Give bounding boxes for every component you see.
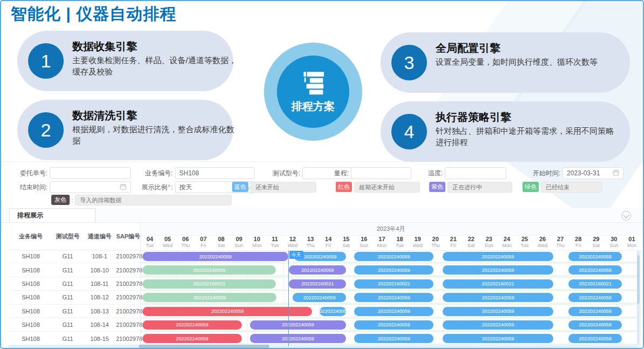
gantt-bar[interactable]: 202202240059 [143,293,276,302]
gantt-day-header: 11Tue [266,235,284,250]
gantt-bar[interactable]: 202202160021 [443,279,553,289]
gantt-day-header: 07Fri [194,235,212,250]
gantt-day-header: 13Thu [302,235,320,250]
gantt-day-header: 14Fri [320,235,337,250]
gantt-bar[interactable]: 202202240059 [568,252,622,261]
day-weekday: Wed [409,243,426,249]
gantt-bar[interactable]: 202202240059 [443,334,553,343]
day-number: 20 [426,236,444,243]
gantt-bar[interactable]: 202202240059 [293,293,346,302]
gantt-bar[interactable]: 202202160021 [289,279,346,289]
day-weekday: Thu [426,243,444,249]
gantt-bar[interactable]: 202202240059 [143,334,242,343]
gantt-bar[interactable]: 202202240059 [443,252,553,261]
table-cell: 21002978 [116,267,140,273]
day-weekday: Thu [552,243,570,249]
day-weekday: Wed [284,243,302,249]
业务编号-input[interactable]: SH108 [175,167,255,179]
field-label: 委托单号: [4,167,48,179]
vertical-scrollbar[interactable] [637,251,640,345]
horizontal-scrollbar[interactable] [8,345,638,348]
tab-schedule-display[interactable]: 排程展示 [9,208,96,222]
gantt-bar[interactable]: 202202240059 [568,334,622,343]
day-weekday: Fri [320,243,337,249]
gantt-day-header: 29Sat [587,235,605,250]
gantt-bar[interactable]: 202202240059 [354,307,433,316]
gantt-bar[interactable]: 202202240059 [320,307,347,316]
gantt-bar[interactable]: 202202240059 [354,293,433,302]
legend-text-box: 导入的排期数据 [75,195,232,206]
gantt-day-header: 20Thu [426,235,444,250]
gantt-bar[interactable]: 202202240059 [354,334,433,343]
gantt-row: 2022022400592022022400592022022400592022… [141,264,641,277]
gantt-bar[interactable]: 202202240059 [443,320,553,330]
day-number: 14 [320,236,337,243]
calendar-icon[interactable] [120,183,126,191]
开始时间-input[interactable]: 2023-03-31 [562,167,623,179]
gantt-bar[interactable]: 202202160021 [568,279,622,289]
table-row: SH108G11108-1221002978 [9,291,140,304]
legend-colon: : [71,195,73,206]
calendar-icon[interactable] [613,169,619,177]
结束时间-input[interactable] [50,181,131,193]
table-cell: G11 [52,253,83,259]
gantt-bar[interactable]: 202202240059 [568,307,622,316]
gantt-day-header: 17Mon [373,235,391,250]
gantt-bar[interactable]: 202202240059 [143,320,242,330]
table-cell: 21002978 [116,253,140,259]
gantt-bar[interactable]: 202202240059 [289,265,346,275]
gantt-day-header: 19Wed [409,235,426,250]
gantt-bar[interactable]: 202202240059 [143,307,312,316]
table-cell: G11 [52,308,83,314]
gantt-bar[interactable]: 202202240059 [354,320,433,330]
gantt-bar[interactable]: 202202240059 [443,265,553,275]
legend-text-box: 还未开始 [250,182,316,193]
table-cell: 108-13 [83,308,116,314]
gantt-bar[interactable]: 202202160021 [354,279,433,289]
legend-text-box: 已经结束 [541,182,602,193]
table-cell: SH108 [9,280,52,287]
gantt-day-header: 23Sun [480,235,498,250]
table-cell: 108-14 [83,321,116,328]
step-number-badge: 4 [391,114,427,149]
day-number: 19 [409,236,426,243]
gantt-bar[interactable]: 202202240059 [250,320,347,330]
center-circle: 排程方案 [277,56,349,128]
gantt-bar[interactable]: 202202240059 [354,252,433,261]
day-weekday: Tue [266,243,284,249]
委托单号-input[interactable] [50,167,131,179]
gantt-area: 2023年4月 04Tue05Wed06Thu07Fri08Sat09Sun10… [141,223,641,346]
field-label: 量程: [306,167,349,179]
legend-color-badge: 紫色 [429,182,445,192]
vertical-scrollbar-thumb[interactable] [637,255,640,304]
column-header: 通道编号 [83,232,116,241]
day-weekday: Mon [248,243,266,249]
horizontal-scrollbar-thumb[interactable] [139,345,269,348]
table-cell: G11 [52,280,83,287]
table-cell: 108-12 [83,294,116,300]
gantt-bar[interactable]: 202202240059 [354,265,433,275]
gantt-bar[interactable]: 202202240059 [250,334,347,343]
gantt-bar[interactable]: 202202240059 [443,307,553,316]
gantt-bar[interactable]: 202202240059 [143,265,275,275]
gantt-bar[interactable]: 202202240059 [568,265,622,275]
gantt-bar[interactable]: 202202240059 [143,252,288,261]
gantt-bar[interactable]: 202202240059 [568,293,622,302]
gantt-day-header: 01Mon [623,235,641,250]
legend-text-box: 超期还未开始 [354,182,420,193]
day-number: 16 [355,236,373,243]
gantt-row: 2022022400592022022400592022022400592022… [141,305,641,319]
step-number-badge: 1 [28,43,64,79]
collapse-icon[interactable] [621,211,631,221]
gantt-bar[interactable]: 202202240059 [443,293,553,302]
温度-input[interactable] [445,167,506,179]
gantt-bar[interactable]: 202202240059 [568,320,622,330]
table-cell: G11 [52,336,83,342]
schedule-grid: 业务编号测试型号通道编号SAP编号 SH108G11108-121002978S… [9,223,641,346]
column-header: 测试型号 [52,232,83,241]
day-number: 23 [480,236,498,243]
day-number: 12 [284,236,302,243]
gantt-day-header: 04Tue [141,235,159,250]
field-label: 温度: [399,167,443,179]
gantt-bar[interactable]: 202202160021 [143,279,275,289]
